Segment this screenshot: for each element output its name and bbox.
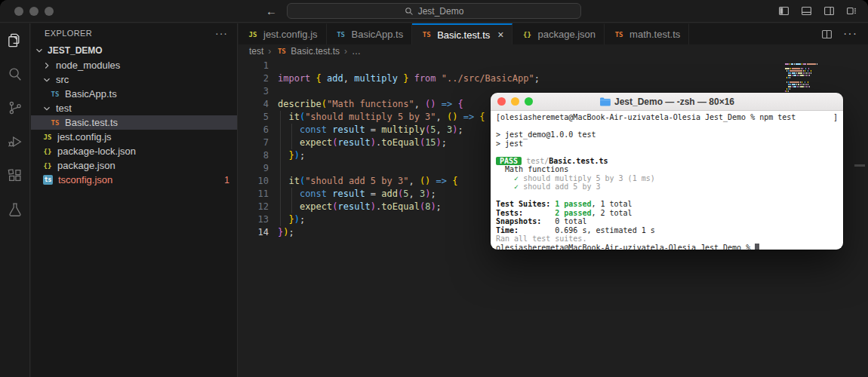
braces-file-icon: {} [42,162,54,170]
ts-orange-file-icon: TS [613,31,625,38]
navigate-back-icon[interactable]: ← [266,5,277,17]
braces-file-icon: {} [521,31,533,38]
tree-root-label: JEST_DEMO [48,45,103,56]
tree-item-src[interactable]: src [31,72,237,87]
activity-explorer-icon[interactable] [6,31,24,49]
breadcrumb-item[interactable]: test [249,46,263,57]
js-file-icon: JS [42,133,54,141]
explorer-more-actions-icon[interactable]: ··· [215,30,228,36]
activity-run-debug-icon[interactable] [6,133,24,151]
breadcrumb-separator-icon: › [268,46,271,57]
activity-bar [0,23,30,377]
titlebar: ← → Jest_Demo [0,0,868,23]
ts-orange-file-icon: TS [49,119,61,127]
breadcrumb-item[interactable]: TSBasic.test.ts [275,46,340,57]
terminal-line-6: PASS test/Basic.test.ts [496,157,838,166]
terminal-line-3: > jest_demo@1.0.0 test [496,130,838,139]
tree-item-label: package.json [57,160,229,171]
tree-item-basicapp-ts[interactable]: TSBasicApp.ts [31,87,237,101]
problem-count-badge: 1 [224,175,229,185]
terminal-output[interactable]: [olesiasheremeta@MacBook-Air-uzivatela-O… [491,111,843,250]
ts-orange-file-icon: TS [275,48,288,55]
toggle-panel-icon[interactable] [801,5,812,17]
customize-layout-icon[interactable] [846,5,857,17]
tree-item-label: node_modules [56,60,229,71]
tab-basicapp-ts[interactable]: TSBasicApp.ts [327,23,413,44]
toggle-primary-sidebar-icon[interactable] [778,5,790,17]
folder-icon [599,97,611,106]
terminal-line-12: Tests: 2 passed, 2 total [496,209,838,218]
tree-item-package-json[interactable]: {}package.json [31,158,237,173]
chevron-down-icon [42,103,52,114]
close-window-button[interactable] [14,7,23,16]
braces-file-icon: {} [42,148,54,155]
terminal-close-button[interactable] [497,97,506,106]
tab-bar: JSjest.config.jsTSBasicApp.tsTSBasic.tes… [239,23,868,44]
activity-search-icon[interactable] [6,65,24,83]
command-center-label: Jest_Demo [418,6,464,17]
terminal-line-8: ✓ should multiply 5 by 3 (1 ms) [496,174,838,183]
code-line-2[interactable]: 2import { add, multiply } from "../src/B… [239,72,868,85]
tree-item-jest-config-js[interactable]: JSjest.config.js [31,130,237,144]
code-line-1[interactable]: 1 [239,60,868,72]
tree-root-jest-demo[interactable]: JEST_DEMO [31,43,237,58]
breadcrumb[interactable]: test›TSBasic.test.ts›… [239,44,868,58]
code-text: it("should add 5 by 3", () => { [278,175,457,188]
ts-box-file-icon: ts [43,175,53,185]
file-tree: node_modulessrcTSBasicApp.tstestTSBasic.… [31,58,237,187]
terminal-zoom-button[interactable] [525,97,533,106]
explorer-sidebar: EXPLORER ··· JEST_DEMO node_modulessrcTS… [31,23,238,377]
code-text: it("should multiply 5 by 3", () => { [278,111,485,124]
tree-item-label: BasicApp.ts [65,88,229,100]
indent-guide [280,111,281,226]
minimap[interactable] [785,61,824,93]
terminal-line-11: Test Suites: 1 passed, 1 total [496,200,838,209]
tab-basic-test-ts[interactable]: TSBasic.test.ts× [412,23,512,44]
breadcrumb-label: test [249,46,263,57]
split-editor-icon[interactable] [821,29,833,40]
zoom-window-button[interactable] [45,7,54,16]
tree-item-package-lock-json[interactable]: {}package-lock.json [31,144,237,158]
terminal-line-4: > jest [496,139,838,149]
editor-more-actions-icon[interactable]: ··· [843,27,857,41]
activity-source-control-icon[interactable] [6,99,24,117]
command-center[interactable]: Jest_Demo [287,3,581,19]
minimize-window-button[interactable] [29,7,38,16]
line-number: 2 [239,72,269,85]
tab-jest-config-js[interactable]: JSjest.config.js [239,23,327,44]
toggle-secondary-sidebar-icon[interactable] [823,5,835,17]
code-text: expect(result).toEqual(8); [278,201,442,213]
tree-item-node-modules[interactable]: node_modules [31,58,237,72]
tree-item-tsconfig-json[interactable]: tstsconfig.json1 [31,173,237,187]
terminal-line-2 [496,122,838,131]
tab-label: math.test.ts [629,29,680,40]
breadcrumb-item[interactable]: … [352,46,361,57]
breadcrumb-label: … [352,46,361,57]
terminal-window[interactable]: Jest_Demo — -zsh — 80×16 [olesiasheremet… [491,93,843,250]
tree-item-test[interactable]: test [31,101,237,115]
activity-extensions-icon[interactable] [6,167,24,185]
code-text: describe("Math functions", () => { [278,98,463,111]
tree-item-label: src [56,74,229,85]
line-number: 12 [239,201,269,213]
terminal-line-10 [496,192,838,201]
terminal-line-7: Math functions [496,165,838,174]
line-number: 6 [239,124,269,136]
code-text: }); [278,213,305,226]
activity-testing-icon[interactable] [6,201,24,219]
terminal-minimize-button[interactable] [511,97,519,106]
tab-package-json[interactable]: {}package.json [512,23,605,44]
close-tab-icon[interactable]: × [497,29,503,41]
line-number: 5 [239,111,269,124]
line-number: 9 [239,162,269,175]
scrollbar-mark[interactable] [854,164,865,167]
code-text: expect(result).toEqual(15); [278,136,447,149]
terminal-line-9: ✓ should add 5 by 3 [496,182,838,192]
breadcrumb-separator-icon: › [344,46,347,57]
line-number: 3 [239,85,269,98]
tree-item-basic-test-ts[interactable]: TSBasic.test.ts [31,115,237,130]
window-controls [14,7,54,16]
tab-math-test-ts[interactable]: TSmath.test.ts [605,23,689,44]
explorer-title: EXPLORER [45,29,92,38]
terminal-line-15: Ran all test suites. [496,234,838,244]
